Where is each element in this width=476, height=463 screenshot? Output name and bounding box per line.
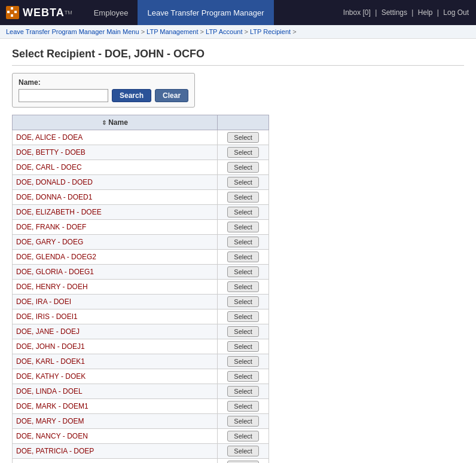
- select-button[interactable]: Select: [227, 147, 259, 158]
- table-row: DOE, IRIS - DOEI1 Select: [13, 309, 269, 324]
- select-button[interactable]: Select: [227, 446, 259, 456]
- clear-button[interactable]: Clear: [155, 89, 188, 102]
- select-cell: Select: [218, 220, 269, 235]
- logo-icon: [6, 6, 19, 19]
- select-button[interactable]: Select: [227, 222, 259, 232]
- name-cell: DOE, BETTY - DOEB: [13, 145, 218, 160]
- select-cell: Select: [218, 459, 269, 464]
- header: WEBTATM Employee Leave Transfer Program …: [0, 0, 476, 25]
- name-cell: DOE, KATHY - DOEK: [13, 369, 218, 384]
- select-cell: Select: [218, 309, 269, 324]
- nav-ltp-manager[interactable]: Leave Transfer Program Manager: [138, 0, 273, 25]
- select-cell: Select: [218, 235, 269, 250]
- select-button[interactable]: Select: [227, 461, 259, 463]
- select-cell: Select: [218, 130, 269, 145]
- name-cell: DOE, KARL - DOEK1: [13, 354, 218, 369]
- breadcrumb-ltp-account[interactable]: LTP Account: [206, 28, 242, 35]
- select-cell: Select: [218, 414, 269, 429]
- breadcrumb-ltp-mgmt[interactable]: LTP Management: [147, 28, 198, 35]
- select-button[interactable]: Select: [227, 371, 259, 382]
- select-cell: Select: [218, 280, 269, 295]
- table-row: DOE, MARY - DOEM Select: [13, 414, 269, 429]
- select-cell: Select: [218, 369, 269, 384]
- main-nav: Employee Leave Transfer Program Manager: [84, 0, 274, 25]
- table-row: DOE, CARL - DOEC Select: [13, 160, 269, 175]
- table-row: DOE, THOMAS - DOET Select: [13, 459, 269, 464]
- name-cell: DOE, LINDA - DOEL: [13, 384, 218, 399]
- name-cell: DOE, DONALD - DOED: [13, 175, 218, 190]
- select-button[interactable]: Select: [227, 177, 259, 188]
- select-button[interactable]: Select: [227, 132, 259, 143]
- table-row: DOE, BETTY - DOEB Select: [13, 145, 269, 160]
- select-cell: Select: [218, 250, 269, 265]
- select-button[interactable]: Select: [227, 401, 259, 412]
- select-button[interactable]: Select: [227, 356, 259, 367]
- select-cell: Select: [218, 399, 269, 414]
- table-row: DOE, JANE - DOEJ Select: [13, 324, 269, 339]
- table-row: DOE, MARK - DOEM1 Select: [13, 399, 269, 414]
- name-cell: DOE, MARY - DOEM: [13, 414, 218, 429]
- select-button[interactable]: Select: [227, 386, 259, 397]
- table-row: DOE, PATRICIA - DOEP Select: [13, 444, 269, 459]
- select-button[interactable]: Select: [227, 431, 259, 441]
- select-button[interactable]: Select: [227, 311, 259, 322]
- table-row: DOE, GLORIA - DOEG1 Select: [13, 265, 269, 280]
- select-button[interactable]: Select: [227, 162, 259, 173]
- table-row: DOE, DONNA - DOED1 Select: [13, 190, 269, 205]
- search-button[interactable]: Search: [112, 89, 151, 102]
- name-cell: DOE, GARY - DOEG: [13, 235, 218, 250]
- name-cell: DOE, CARL - DOEC: [13, 160, 218, 175]
- select-cell: Select: [218, 384, 269, 399]
- logo-tm: TM: [65, 10, 72, 16]
- name-cell: DOE, ELIZABETH - DOEE: [13, 205, 218, 220]
- table-row: DOE, ELIZABETH - DOEE Select: [13, 205, 269, 220]
- svg-rect-1: [7, 11, 10, 13]
- name-cell: DOE, PATRICIA - DOEP: [13, 444, 218, 459]
- results-table: ⇕ Name DOE, ALICE - DOEA Select DOE, BET…: [12, 115, 269, 463]
- select-cell: Select: [218, 295, 269, 309]
- inbox-link[interactable]: Inbox [0]: [343, 8, 371, 17]
- logo: WEBTATM: [6, 6, 72, 19]
- nav-employee[interactable]: Employee: [84, 0, 138, 25]
- select-button[interactable]: Select: [227, 416, 259, 427]
- select-cell: Select: [218, 205, 269, 220]
- breadcrumb-ltp-recipient[interactable]: LTP Recipient: [250, 28, 291, 35]
- name-cell: DOE, DONNA - DOED1: [13, 190, 218, 205]
- select-button[interactable]: Select: [227, 192, 259, 203]
- select-button[interactable]: Select: [227, 207, 259, 217]
- settings-link[interactable]: Settings: [382, 8, 407, 17]
- select-cell: Select: [218, 339, 269, 354]
- select-button[interactable]: Select: [227, 237, 259, 247]
- help-link[interactable]: Help: [418, 8, 433, 17]
- name-cell: DOE, HENRY - DOEH: [13, 280, 218, 295]
- select-cell: Select: [218, 160, 269, 175]
- table-row: DOE, KATHY - DOEK Select: [13, 369, 269, 384]
- page-title: Select Recipient - DOE, JOHN - OCFO: [12, 48, 464, 66]
- svg-rect-4: [11, 14, 13, 17]
- main-content: Select Recipient - DOE, JOHN - OCFO Name…: [0, 39, 476, 463]
- table-row: DOE, HENRY - DOEH Select: [13, 280, 269, 295]
- name-cell: DOE, GLENDA - DOEG2: [13, 250, 218, 265]
- breadcrumb-ltp-main[interactable]: Leave Transfer Program Manager Main Menu: [6, 28, 139, 35]
- select-cell: Select: [218, 444, 269, 459]
- search-input[interactable]: [19, 89, 108, 102]
- select-button[interactable]: Select: [227, 281, 259, 292]
- name-cell: DOE, MARK - DOEM1: [13, 399, 218, 414]
- name-cell: DOE, THOMAS - DOET: [13, 459, 218, 464]
- name-cell: DOE, NANCY - DOEN: [13, 429, 218, 444]
- select-cell: Select: [218, 354, 269, 369]
- table-row: DOE, NANCY - DOEN Select: [13, 429, 269, 444]
- select-button[interactable]: Select: [227, 266, 259, 277]
- table-row: DOE, DONALD - DOED Select: [13, 175, 269, 190]
- select-cell: Select: [218, 190, 269, 205]
- select-button[interactable]: Select: [227, 252, 259, 262]
- select-button[interactable]: Select: [227, 326, 259, 337]
- logout-link[interactable]: Log Out: [443, 8, 469, 17]
- select-button[interactable]: Select: [227, 341, 259, 352]
- search-box: Name: Search Clear: [12, 73, 195, 108]
- name-column-header[interactable]: ⇕ Name: [13, 115, 218, 130]
- table-row: DOE, IRA - DOEI Select: [13, 295, 269, 309]
- select-cell: Select: [218, 175, 269, 190]
- select-cell: Select: [218, 429, 269, 444]
- select-button[interactable]: Select: [227, 296, 259, 307]
